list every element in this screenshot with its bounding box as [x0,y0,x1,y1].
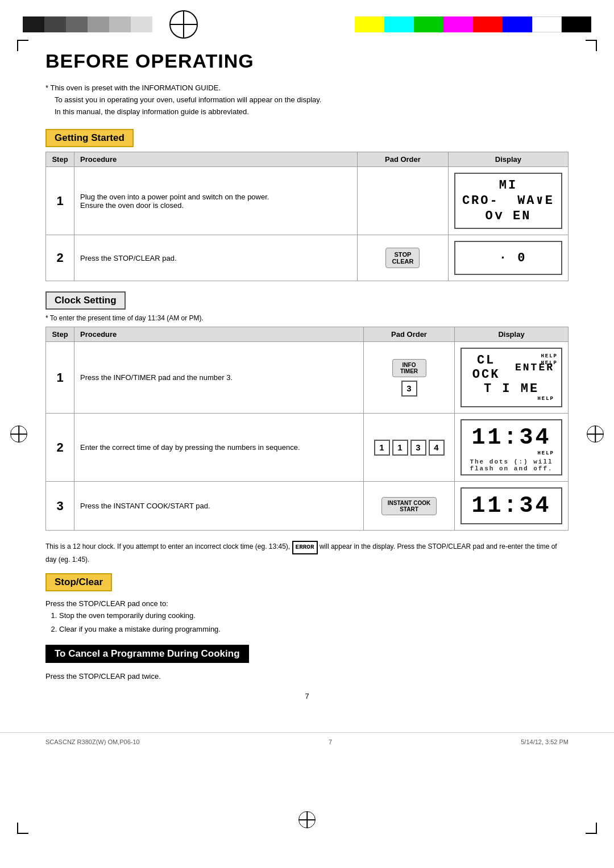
display-line-1: MI CRO- WA∨E [462,178,554,208]
col-padorder-cs: Pad Order [364,327,455,342]
stop-clear-header: Stop/Clear [45,573,112,591]
step-number: 1 [46,167,74,235]
corner-bl [17,823,28,834]
footer-left: SCASCNZ R380Z(W) OM,P06-10 [45,738,140,745]
col-padorder-gs: Pad Order [357,152,448,167]
page-title: BEFORE OPERATING [45,50,569,72]
pad-order-empty [357,167,448,235]
display-box-cs-2: 11:34 HELP The dots (:) will flash on an… [460,419,562,475]
bar-3 [66,16,88,32]
clock-error-note: This is a 12 hour clock. If you attempt … [45,541,569,565]
number-3-box: 3 [401,381,417,397]
page-footer: SCASCNZ R380Z(W) OM,P06-10 7 5/14/12, 3:… [0,732,614,751]
table-row: 3 Press the INSTANT COOK/START pad. INST… [46,482,569,531]
table-row: 1 Press the INFO/TIMER pad and the numbe… [46,342,569,414]
instant-cook-pad[interactable]: INSTANT COOK START [381,497,437,515]
help-label-3: HELP [468,396,554,402]
col-display-cs: Display [455,327,569,342]
table-row: 2 Press the STOP/CLEAR pad. STOP CLEAR ·… [46,235,569,281]
bar-white [532,16,562,32]
error-box: ERROR [292,541,318,554]
info-timer-pad[interactable]: INFO TIMER [392,359,426,377]
bar-5 [109,16,131,32]
bar-black [562,16,591,32]
stop-clear-intro: Press the STOP/CLEAR pad once to: [45,599,569,608]
display-gs-2: · 0 [448,235,568,281]
intro-text: * This oven is preset with the INFORMATI… [45,82,569,118]
stop-clear-pad[interactable]: STOP CLEAR [385,248,420,268]
intro-line1: * This oven is preset with the INFORMATI… [45,84,221,92]
clock-setting-table: Step Procedure Pad Order Display 1 Press… [45,327,569,531]
col-step-gs: Step [46,152,74,167]
clock-final-display: 11:34 [471,493,551,519]
col-procedure-gs: Procedure [74,152,358,167]
display-line-2: Oᴠ EN [486,208,532,223]
time-display-line: T I ME [484,382,539,396]
start-label: START [388,506,430,512]
help-label-1: HELP [541,353,558,359]
list-item: Clear if you make a mistake during progr… [59,623,569,636]
clock-setting-header: Clock Setting [45,291,126,310]
intro-line2: To assist you in operating your oven, us… [55,94,569,106]
timer-label: TIMER [399,368,420,374]
getting-started-header: Getting Started [45,129,134,147]
col-step-cs: Step [46,327,74,342]
num-1b: 1 [392,440,408,456]
list-item: Stop the oven temporarily during cooking… [59,609,569,622]
proc-gs-1: Plug the oven into a power point and swi… [80,193,269,210]
pad-order-instant: INSTANT COOK START [364,482,455,531]
clock-note: * To enter the present time of day 11:34… [45,314,569,322]
color-bars-right [355,16,591,32]
help-label-clock: HELP [468,450,554,456]
dots-note: The dots (:) will flash on and off. [468,458,554,472]
pad-order-stop-clear: STOP CLEAR [357,235,448,281]
number-sequence: 1 1 3 4 [370,440,449,456]
procedure-text: Press the INFO/TIMER pad and the number … [74,342,364,414]
bar-green [414,16,443,32]
intro-line3: In this manual, the display information … [55,106,569,118]
procedure-text: Press the STOP/CLEAR pad. [74,235,358,281]
display-box-gs-2: · 0 [454,241,562,275]
step-number: 3 [46,482,74,531]
bar-2 [44,16,66,32]
cancel-programme-section: To Cancel a Programme During Cooking Pre… [45,645,569,681]
procedure-text: Plug the oven into a power point and swi… [74,167,358,235]
pad-order-numbers: 1 1 3 4 [364,414,455,482]
bar-magenta [443,16,473,32]
crosshair-center [169,10,198,39]
col-procedure-cs: Procedure [74,327,364,342]
display-gs-1: MI CRO- WA∨E Oᴠ EN [448,167,568,235]
bar-4 [88,16,109,32]
help-label-2: HELP [541,360,558,366]
display-dot-zero: · 0 [490,251,527,265]
getting-started-section: Getting Started Step Procedure Pad Order… [45,129,569,281]
table-row: 1 Plug the oven into a power point and s… [46,167,569,235]
clock-display-row2: T I ME [484,382,539,396]
clock-display-line1: CL OCK [468,353,504,382]
cancel-text: Press the STOP/CLEAR pad twice. [45,672,569,681]
bar-1 [23,16,44,32]
stop-clear-list: Stop the oven temporarily during cooking… [59,609,569,636]
page-number: 7 [45,692,569,700]
clock-time-large: 11:34 [471,425,551,450]
proc-gs-2: Press the STOP/CLEAR pad. [80,254,177,262]
step-number: 2 [46,235,74,281]
procedure-text: Press the INSTANT COOK/START pad. [74,482,364,531]
proc-cs-1: Press the INFO/TIMER pad and the number … [80,373,233,382]
table-row: 2 Enter the correct time of day by press… [46,414,569,482]
display-box-cs-3: 11:34 [460,487,562,524]
crosshair-bottom [298,811,316,828]
bar-6 [131,16,152,32]
num-3: 3 [410,440,426,456]
bar-blue [503,16,532,32]
proc-cs-3: Press the INSTANT COOK/START pad. [80,502,210,510]
main-content: BEFORE OPERATING * This oven is preset w… [0,44,614,727]
num-1a: 1 [374,440,390,456]
bar-cyan [384,16,414,32]
info-label: INFO [399,362,420,368]
display-box-cs-1: CL OCK ENTER HELP HELP T I ME HELP [460,348,562,407]
color-bars-left [23,16,152,32]
footer-right: 5/14/12, 3:52 PM [521,738,569,745]
footer-page: 7 [329,738,332,745]
proc-cs-2: Enter the correct time of day by pressin… [80,443,300,452]
